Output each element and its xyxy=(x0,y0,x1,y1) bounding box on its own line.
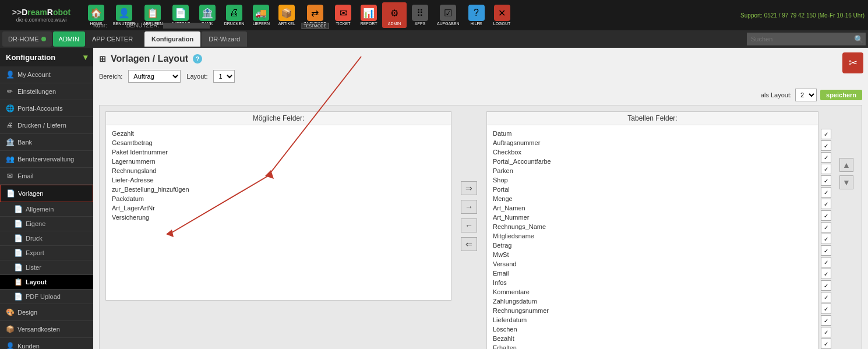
row-checkbox[interactable]: ✓ xyxy=(821,210,831,221)
sidebar-item-pdf-upload[interactable]: 📄 PDF Upload xyxy=(0,290,93,304)
sidebar-item-bank[interactable]: 🏦 Bank xyxy=(0,134,93,151)
search-input[interactable] xyxy=(747,33,852,45)
sidebar-item-my-account[interactable]: 👤 My Account xyxy=(0,66,93,83)
nav-ticket[interactable]: ✉ TICKET xyxy=(331,2,355,28)
row-checkbox[interactable]: ✓ xyxy=(821,187,831,198)
nav-im-export[interactable]: ⇄ IM-EXPORT TESTMODE xyxy=(300,2,330,28)
nav-artikel[interactable]: 📦 ARTIKEL xyxy=(274,2,299,28)
list-item[interactable]: Zahlungsdatum xyxy=(491,297,814,306)
sidebar-item-einstellungen[interactable]: ✏ Einstellungen xyxy=(0,83,93,100)
list-item[interactable]: Liefer-Adresse xyxy=(110,175,447,185)
sidebar-item-layout[interactable]: 📋 Layout xyxy=(0,275,93,290)
app-center-btn[interactable]: APP CENTER xyxy=(86,31,139,47)
list-item[interactable]: Versand xyxy=(491,259,814,269)
row-checkbox[interactable]: ✓ xyxy=(821,269,831,279)
admin-nav-btn[interactable]: ADMIN xyxy=(53,31,85,47)
list-item[interactable]: Erhalten xyxy=(491,343,814,349)
sidebar-item-export[interactable]: 📄 Export xyxy=(0,246,93,260)
move-up-button[interactable]: ▲ xyxy=(839,158,853,172)
row-checkbox[interactable]: ✓ xyxy=(821,129,831,139)
list-item[interactable]: Gezahlt xyxy=(110,129,447,138)
dr-home-btn[interactable]: DR-HOME xyxy=(2,31,52,47)
nav-liefern[interactable]: 🚚 LIEFERN xyxy=(249,2,273,28)
move-all-right-button[interactable]: ⇒ xyxy=(461,181,477,195)
list-item[interactable]: Shop xyxy=(491,175,814,185)
row-checkbox[interactable]: ✓ xyxy=(821,315,831,326)
sidebar-item-eigene[interactable]: 📄 Eigene xyxy=(0,217,93,231)
list-item[interactable]: Betrag xyxy=(491,241,814,250)
row-checkbox[interactable]: ✓ xyxy=(821,140,831,151)
sidebar-item-email[interactable]: ✉ Email xyxy=(0,168,93,185)
bereich-select[interactable]: Auftrag Rechnung Lieferschein xyxy=(128,70,181,83)
sidebar-item-portal-accounts[interactable]: 🌐 Portal-Accounts xyxy=(0,100,93,117)
row-checkbox[interactable]: ✓ xyxy=(821,164,831,174)
nav-logout[interactable]: ✕ LOGOUT xyxy=(490,2,514,28)
list-item[interactable]: Art_LagerArtNr xyxy=(110,203,447,213)
row-checkbox[interactable]: ✓ xyxy=(821,175,831,186)
list-item[interactable]: Art_Nummer xyxy=(491,213,814,222)
tab-konfiguration[interactable]: Konfiguration xyxy=(144,31,200,47)
list-item[interactable]: Lieferdatum xyxy=(491,315,814,325)
tab-dr-wizard[interactable]: DR-Wizard xyxy=(202,31,247,47)
sidebar-item-allgemein[interactable]: 📄 Allgemein xyxy=(0,202,93,217)
list-item[interactable]: Checkbox xyxy=(491,147,814,157)
nav-hilfe[interactable]: ? HILFE xyxy=(464,2,489,28)
sidebar-item-kunden[interactable]: 👤 Kunden xyxy=(0,338,93,349)
move-all-left-button[interactable]: ⇐ xyxy=(461,237,477,251)
sidebar-item-vorlagen[interactable]: 📄 Vorlagen xyxy=(0,185,93,202)
sidebar-item-druck[interactable]: 📄 Druck xyxy=(0,231,93,246)
help-icon[interactable]: ? xyxy=(193,54,202,64)
list-item[interactable]: Art_Namen xyxy=(491,203,814,213)
top-right-action-button[interactable]: ✂ xyxy=(842,52,863,73)
list-item[interactable]: Datum xyxy=(491,129,814,138)
list-item[interactable]: zur_Bestellung_hinzufügen xyxy=(110,185,447,194)
list-item[interactable]: Kommentare xyxy=(491,287,814,297)
nav-aufgaben[interactable]: ☑ AUFGABEN xyxy=(433,2,463,28)
list-item[interactable]: Email xyxy=(491,269,814,278)
list-item[interactable]: Mitgliedsname xyxy=(491,231,814,241)
move-left-button[interactable]: ← xyxy=(461,218,477,232)
nav-report[interactable]: 📊 REPORT xyxy=(357,2,381,28)
row-checkbox[interactable]: ✓ xyxy=(821,280,831,291)
row-checkbox[interactable]: ✓ xyxy=(821,245,831,256)
row-checkbox[interactable]: ✓ xyxy=(821,304,831,314)
move-right-button[interactable]: → xyxy=(461,200,477,214)
row-checkbox[interactable]: ✓ xyxy=(821,199,831,209)
list-item[interactable]: Versicherung xyxy=(110,213,447,222)
row-checkbox[interactable]: ✓ xyxy=(821,292,831,302)
row-checkbox[interactable]: ✓ xyxy=(821,234,831,244)
sidebar-collapse-icon[interactable]: ▾ xyxy=(83,52,87,62)
als-layout-select-top[interactable]: 2 3 4 xyxy=(795,89,817,101)
list-item[interactable]: Löschen xyxy=(491,325,814,334)
list-item[interactable]: Paket Identnummer xyxy=(110,147,447,157)
row-checkbox[interactable]: ✓ xyxy=(821,257,831,267)
row-checkbox[interactable]: ✓ xyxy=(821,327,831,337)
list-item[interactable]: Bezahlt xyxy=(491,334,814,343)
sidebar-item-benutzerverwaltung[interactable]: 👥 Benutzerverwaltung xyxy=(0,151,93,168)
nav-apps[interactable]: ⠿ APPS xyxy=(408,2,432,28)
list-item[interactable]: MwSt xyxy=(491,250,814,259)
list-item[interactable]: Rechnungsland xyxy=(110,166,447,175)
move-down-button[interactable]: ▼ xyxy=(839,175,853,189)
save-button-top[interactable]: speichern xyxy=(820,90,862,100)
list-item[interactable]: Gesamtbetrag xyxy=(110,138,447,147)
sidebar-item-versandkosten[interactable]: 📦 Versandkosten xyxy=(0,321,93,338)
list-item[interactable]: Portal_Accountfarbe xyxy=(491,157,814,166)
search-button[interactable]: 🔍 xyxy=(852,33,866,45)
layout-select[interactable]: 1 2 3 xyxy=(213,70,235,83)
row-checkbox[interactable]: ✓ xyxy=(821,222,831,232)
list-item[interactable]: Portal xyxy=(491,185,814,194)
nav-drucken[interactable]: 🖨 DRUCKEN xyxy=(221,2,248,28)
row-checkbox[interactable]: ✓ xyxy=(821,339,831,349)
list-item[interactable]: Packdatum xyxy=(110,194,447,203)
list-item[interactable]: Rechnungs_Name xyxy=(491,222,814,231)
sidebar-item-design[interactable]: 🎨 Design xyxy=(0,304,93,321)
list-item[interactable]: Auftragsnummer xyxy=(491,138,814,147)
sidebar-item-drucken-liefern[interactable]: 🖨 Drucken / Liefern xyxy=(0,117,93,134)
list-item[interactable]: Lagernummern xyxy=(110,157,447,166)
row-checkbox[interactable]: ✓ xyxy=(821,152,831,163)
list-item[interactable]: Menge xyxy=(491,194,814,203)
nav-admin[interactable]: ⚙ ADMIN xyxy=(382,2,407,28)
list-item[interactable]: Infos xyxy=(491,278,814,287)
list-item[interactable]: Parken xyxy=(491,166,814,175)
